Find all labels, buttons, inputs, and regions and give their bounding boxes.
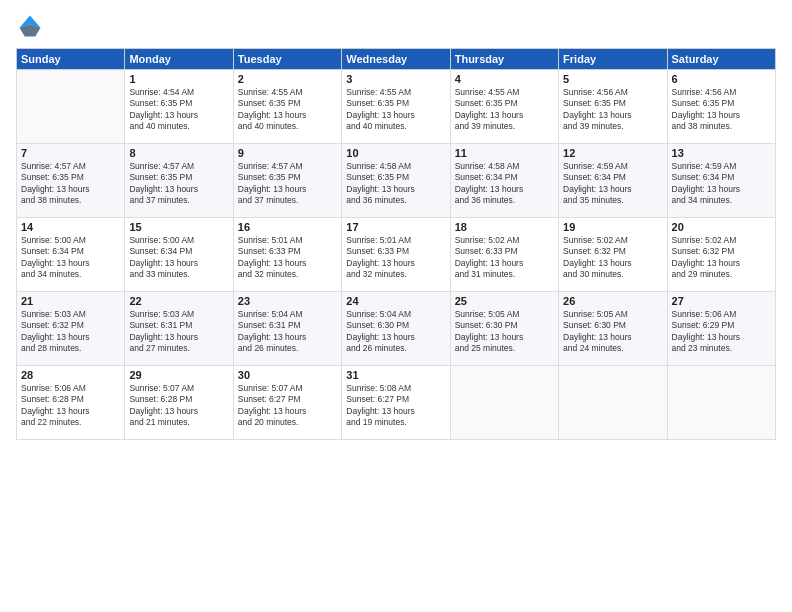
calendar-cell: 22Sunrise: 5:03 AM Sunset: 6:31 PM Dayli… (125, 292, 233, 366)
calendar-cell (17, 70, 125, 144)
calendar-table: SundayMondayTuesdayWednesdayThursdayFrid… (16, 48, 776, 440)
day-number: 29 (129, 369, 228, 381)
day-number: 16 (238, 221, 337, 233)
day-info: Sunrise: 5:08 AM Sunset: 6:27 PM Dayligh… (346, 383, 445, 429)
weekday-header: Tuesday (233, 49, 341, 70)
day-info: Sunrise: 5:00 AM Sunset: 6:34 PM Dayligh… (129, 235, 228, 281)
day-number: 19 (563, 221, 662, 233)
calendar-cell: 18Sunrise: 5:02 AM Sunset: 6:33 PM Dayli… (450, 218, 558, 292)
day-number: 27 (672, 295, 771, 307)
day-info: Sunrise: 5:01 AM Sunset: 6:33 PM Dayligh… (238, 235, 337, 281)
day-number: 2 (238, 73, 337, 85)
calendar-cell: 8Sunrise: 4:57 AM Sunset: 6:35 PM Daylig… (125, 144, 233, 218)
calendar-cell: 10Sunrise: 4:58 AM Sunset: 6:35 PM Dayli… (342, 144, 450, 218)
calendar-cell: 23Sunrise: 5:04 AM Sunset: 6:31 PM Dayli… (233, 292, 341, 366)
day-info: Sunrise: 5:07 AM Sunset: 6:28 PM Dayligh… (129, 383, 228, 429)
day-info: Sunrise: 4:59 AM Sunset: 6:34 PM Dayligh… (563, 161, 662, 207)
day-number: 3 (346, 73, 445, 85)
page: SundayMondayTuesdayWednesdayThursdayFrid… (0, 0, 792, 612)
calendar-cell: 5Sunrise: 4:56 AM Sunset: 6:35 PM Daylig… (559, 70, 667, 144)
weekday-header: Sunday (17, 49, 125, 70)
day-info: Sunrise: 4:55 AM Sunset: 6:35 PM Dayligh… (346, 87, 445, 133)
day-number: 31 (346, 369, 445, 381)
day-info: Sunrise: 4:57 AM Sunset: 6:35 PM Dayligh… (129, 161, 228, 207)
day-info: Sunrise: 5:03 AM Sunset: 6:32 PM Dayligh… (21, 309, 120, 355)
day-number: 14 (21, 221, 120, 233)
day-number: 23 (238, 295, 337, 307)
day-number: 10 (346, 147, 445, 159)
day-number: 26 (563, 295, 662, 307)
day-number: 1 (129, 73, 228, 85)
calendar-cell: 6Sunrise: 4:56 AM Sunset: 6:35 PM Daylig… (667, 70, 775, 144)
day-number: 22 (129, 295, 228, 307)
calendar-cell: 28Sunrise: 5:06 AM Sunset: 6:28 PM Dayli… (17, 366, 125, 440)
day-info: Sunrise: 5:02 AM Sunset: 6:32 PM Dayligh… (672, 235, 771, 281)
day-number: 20 (672, 221, 771, 233)
calendar-week-row: 21Sunrise: 5:03 AM Sunset: 6:32 PM Dayli… (17, 292, 776, 366)
calendar-cell: 4Sunrise: 4:55 AM Sunset: 6:35 PM Daylig… (450, 70, 558, 144)
day-number: 5 (563, 73, 662, 85)
calendar-cell: 13Sunrise: 4:59 AM Sunset: 6:34 PM Dayli… (667, 144, 775, 218)
day-number: 8 (129, 147, 228, 159)
day-number: 18 (455, 221, 554, 233)
logo (16, 12, 48, 40)
calendar-cell: 21Sunrise: 5:03 AM Sunset: 6:32 PM Dayli… (17, 292, 125, 366)
calendar-cell: 16Sunrise: 5:01 AM Sunset: 6:33 PM Dayli… (233, 218, 341, 292)
day-info: Sunrise: 4:54 AM Sunset: 6:35 PM Dayligh… (129, 87, 228, 133)
day-number: 21 (21, 295, 120, 307)
day-info: Sunrise: 5:07 AM Sunset: 6:27 PM Dayligh… (238, 383, 337, 429)
day-number: 30 (238, 369, 337, 381)
day-info: Sunrise: 4:57 AM Sunset: 6:35 PM Dayligh… (21, 161, 120, 207)
weekday-header: Wednesday (342, 49, 450, 70)
calendar-cell (667, 366, 775, 440)
calendar-week-row: 7Sunrise: 4:57 AM Sunset: 6:35 PM Daylig… (17, 144, 776, 218)
calendar-cell: 31Sunrise: 5:08 AM Sunset: 6:27 PM Dayli… (342, 366, 450, 440)
calendar-cell: 26Sunrise: 5:05 AM Sunset: 6:30 PM Dayli… (559, 292, 667, 366)
day-number: 9 (238, 147, 337, 159)
day-info: Sunrise: 5:04 AM Sunset: 6:31 PM Dayligh… (238, 309, 337, 355)
day-number: 25 (455, 295, 554, 307)
calendar-cell (559, 366, 667, 440)
day-info: Sunrise: 4:55 AM Sunset: 6:35 PM Dayligh… (455, 87, 554, 133)
calendar-cell: 29Sunrise: 5:07 AM Sunset: 6:28 PM Dayli… (125, 366, 233, 440)
logo-icon (16, 12, 44, 40)
calendar-cell: 20Sunrise: 5:02 AM Sunset: 6:32 PM Dayli… (667, 218, 775, 292)
weekday-header: Monday (125, 49, 233, 70)
day-number: 7 (21, 147, 120, 159)
day-number: 28 (21, 369, 120, 381)
calendar-cell: 25Sunrise: 5:05 AM Sunset: 6:30 PM Dayli… (450, 292, 558, 366)
day-number: 4 (455, 73, 554, 85)
calendar-cell: 11Sunrise: 4:58 AM Sunset: 6:34 PM Dayli… (450, 144, 558, 218)
calendar-week-row: 14Sunrise: 5:00 AM Sunset: 6:34 PM Dayli… (17, 218, 776, 292)
header-row: SundayMondayTuesdayWednesdayThursdayFrid… (17, 49, 776, 70)
day-info: Sunrise: 5:00 AM Sunset: 6:34 PM Dayligh… (21, 235, 120, 281)
calendar-cell: 9Sunrise: 4:57 AM Sunset: 6:35 PM Daylig… (233, 144, 341, 218)
day-number: 17 (346, 221, 445, 233)
day-info: Sunrise: 5:01 AM Sunset: 6:33 PM Dayligh… (346, 235, 445, 281)
calendar-cell: 12Sunrise: 4:59 AM Sunset: 6:34 PM Dayli… (559, 144, 667, 218)
calendar-week-row: 1Sunrise: 4:54 AM Sunset: 6:35 PM Daylig… (17, 70, 776, 144)
header (16, 12, 776, 40)
weekday-header: Thursday (450, 49, 558, 70)
day-info: Sunrise: 4:55 AM Sunset: 6:35 PM Dayligh… (238, 87, 337, 133)
day-number: 15 (129, 221, 228, 233)
weekday-header: Saturday (667, 49, 775, 70)
day-number: 13 (672, 147, 771, 159)
day-info: Sunrise: 5:02 AM Sunset: 6:33 PM Dayligh… (455, 235, 554, 281)
calendar-week-row: 28Sunrise: 5:06 AM Sunset: 6:28 PM Dayli… (17, 366, 776, 440)
calendar-cell: 2Sunrise: 4:55 AM Sunset: 6:35 PM Daylig… (233, 70, 341, 144)
day-info: Sunrise: 5:05 AM Sunset: 6:30 PM Dayligh… (455, 309, 554, 355)
day-info: Sunrise: 4:57 AM Sunset: 6:35 PM Dayligh… (238, 161, 337, 207)
calendar-cell: 17Sunrise: 5:01 AM Sunset: 6:33 PM Dayli… (342, 218, 450, 292)
day-info: Sunrise: 5:06 AM Sunset: 6:28 PM Dayligh… (21, 383, 120, 429)
day-info: Sunrise: 5:03 AM Sunset: 6:31 PM Dayligh… (129, 309, 228, 355)
day-info: Sunrise: 5:02 AM Sunset: 6:32 PM Dayligh… (563, 235, 662, 281)
calendar-cell: 1Sunrise: 4:54 AM Sunset: 6:35 PM Daylig… (125, 70, 233, 144)
calendar-cell: 24Sunrise: 5:04 AM Sunset: 6:30 PM Dayli… (342, 292, 450, 366)
calendar-cell: 7Sunrise: 4:57 AM Sunset: 6:35 PM Daylig… (17, 144, 125, 218)
calendar-cell: 27Sunrise: 5:06 AM Sunset: 6:29 PM Dayli… (667, 292, 775, 366)
day-info: Sunrise: 4:58 AM Sunset: 6:34 PM Dayligh… (455, 161, 554, 207)
day-number: 24 (346, 295, 445, 307)
calendar-cell (450, 366, 558, 440)
day-number: 12 (563, 147, 662, 159)
